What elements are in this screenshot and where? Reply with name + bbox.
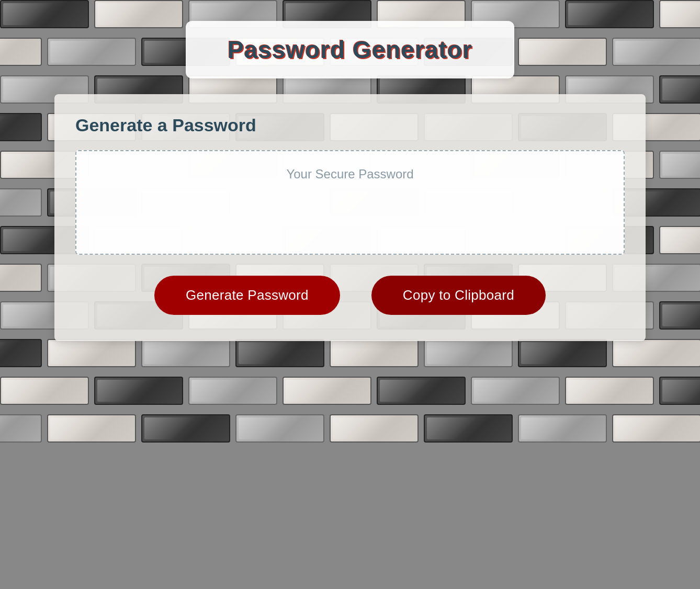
main-card: Generate a Password Your Secure Password… (54, 94, 646, 341)
page-content: Password Generator Generate a Password Y… (0, 0, 700, 589)
page-title: Password Generator (228, 36, 472, 64)
buttons-row: Generate Password Copy to Clipboard (75, 276, 625, 315)
generate-password-button[interactable]: Generate Password (154, 276, 340, 315)
password-placeholder-text: Your Secure Password (286, 162, 413, 182)
section-heading: Generate a Password (75, 115, 625, 135)
password-display-area: Your Secure Password (75, 150, 625, 255)
copy-to-clipboard-button[interactable]: Copy to Clipboard (371, 276, 546, 315)
title-card: Password Generator (186, 21, 514, 78)
